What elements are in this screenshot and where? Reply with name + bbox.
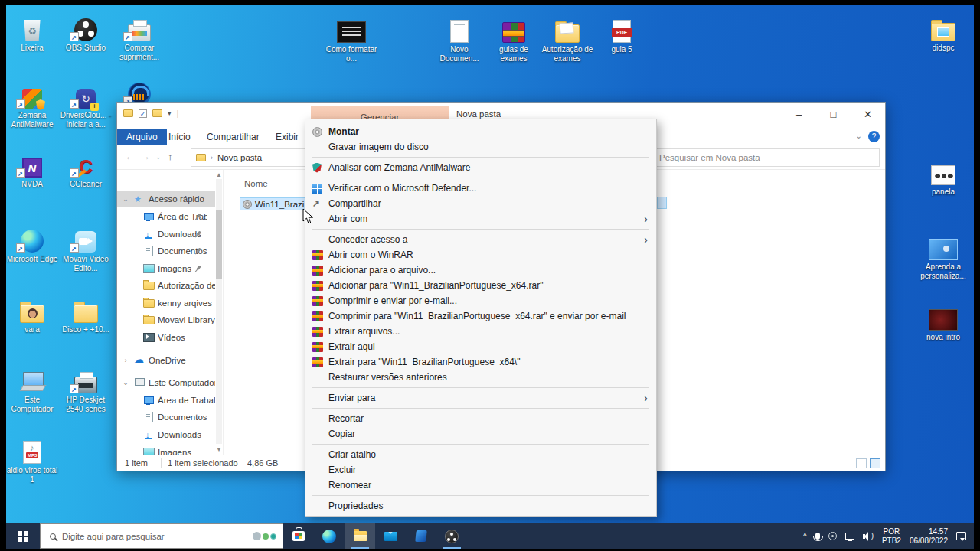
desktop-icon-guias-rar[interactable]: guias de exames xyxy=(488,12,540,64)
desktop-icon-disco[interactable]: Disco + +10... xyxy=(60,292,112,334)
chevron-down-icon[interactable]: ⌄ xyxy=(856,132,862,140)
sidebar-item-documents[interactable]: Documentos xyxy=(117,243,207,259)
tab-compartilhar[interactable]: Compartilhar xyxy=(198,129,269,145)
scroll-down-icon[interactable]: ▼ xyxy=(215,446,223,453)
quick-access-toolbar[interactable]: ✓ ▾ | xyxy=(123,109,178,118)
desktop-icon-nova-intro[interactable]: nova intro xyxy=(917,300,969,342)
desktop-icon-comprar[interactable]: Comprar supriment... xyxy=(113,11,165,62)
taskbar-movies-button[interactable] xyxy=(406,523,436,549)
taskbar-obs-button[interactable] xyxy=(436,523,467,549)
menu-item-montar[interactable]: Montar xyxy=(305,124,656,139)
desktop-icon-mp3[interactable]: aldio viros total 1 xyxy=(6,433,58,484)
menu-item-extrair-para[interactable]: Extrair para "Win11_BrazilianPortuguese_… xyxy=(305,354,656,370)
menu-item-defender[interactable]: Verificar com o Microsoft Defender... xyxy=(305,181,656,196)
menu-item-compartilhar[interactable]: Compartilhar xyxy=(305,196,656,211)
desktop-icon-aprenda[interactable]: Aprenda a personaliza... xyxy=(917,230,969,281)
menu-item-abrir-winrar[interactable]: Abrir com o WinRAR xyxy=(305,247,656,262)
desktop-icon-zemana[interactable]: Zemana AntiMalware xyxy=(6,78,58,129)
chevron-down-icon[interactable]: ⌄ xyxy=(155,153,162,161)
network-icon[interactable] xyxy=(845,533,854,540)
search-input[interactable] xyxy=(659,153,879,162)
tab-exibir[interactable]: Exibir xyxy=(266,129,308,145)
close-button[interactable]: ✕ xyxy=(851,103,885,127)
sidebar-item-downloads-2[interactable]: Downloads xyxy=(117,427,215,442)
desktop-icon-didspc[interactable]: didspc xyxy=(917,11,969,53)
sidebar-item-downloads[interactable]: Downloads xyxy=(117,227,207,242)
speaker-icon[interactable]: ) xyxy=(863,532,874,541)
taskbar-mail-button[interactable] xyxy=(375,523,406,549)
sidebar-item-quick-access[interactable]: ⌄ Acesso rápido xyxy=(117,191,215,207)
menu-item-restaurar-versoes[interactable]: Restaurar versões anteriores xyxy=(305,370,656,385)
sidebar-item-kenny[interactable]: kenny arqives xyxy=(117,295,215,311)
taskbar-search-input[interactable] xyxy=(62,532,247,541)
clock[interactable]: 14:57 06/08/2022 xyxy=(910,527,948,545)
menu-item-comprimir-rar-email[interactable]: Comprimir para "Win11_BrazilianPortugues… xyxy=(305,308,656,324)
tab-inicio[interactable]: Início xyxy=(159,129,200,145)
sidebar-scrollbar[interactable] xyxy=(216,179,222,444)
chevron-collapsed-icon[interactable]: › xyxy=(122,353,129,368)
scrollbar-thumb[interactable] xyxy=(216,210,222,279)
language-indicator[interactable]: POR PTB2 xyxy=(882,527,901,545)
desktop-icon-this-pc[interactable]: Este Computador xyxy=(6,363,58,414)
sidebar-item-onedrive[interactable]: › OneDrive xyxy=(117,353,215,368)
taskbar-explorer-button[interactable] xyxy=(345,523,375,549)
start-button[interactable] xyxy=(6,523,40,549)
sidebar-item-desktop-2[interactable]: Área de Trabalho xyxy=(117,393,215,408)
sidebar-item-pictures[interactable]: Imagens xyxy=(117,261,207,276)
desktop-icon-guia5-pdf[interactable]: guia 5 xyxy=(596,12,648,54)
menu-item-propriedades[interactable]: Propriedades xyxy=(305,498,656,514)
desktop-icon-edge[interactable]: Microsoft Edge xyxy=(6,222,58,264)
desktop-icon-obs[interactable]: OBS Studio xyxy=(60,11,112,53)
minimize-button[interactable]: – xyxy=(782,103,816,127)
chevron-expanded-icon[interactable]: ⌄ xyxy=(122,191,129,207)
action-center-icon[interactable] xyxy=(956,532,966,540)
sidebar-item-documents-2[interactable]: Documentos xyxy=(117,409,215,425)
desktop-icon-panela[interactable]: panela xyxy=(917,155,969,197)
desktop-icon-hp-printer[interactable]: HP Deskjet 2540 series xyxy=(60,363,112,414)
up-icon[interactable]: ↑ xyxy=(168,151,173,162)
taskbar-search[interactable] xyxy=(40,523,283,549)
sidebar-item-videos[interactable]: Vídeos xyxy=(117,330,215,345)
desktop-icon-autorizacao[interactable]: Autorização de exames xyxy=(541,12,593,64)
menu-item-renomear[interactable]: Renomear xyxy=(305,478,656,493)
help-icon[interactable]: ? xyxy=(868,131,880,142)
menu-item-conceder-acesso[interactable]: Conceder acesso a xyxy=(305,232,656,247)
chevron-expanded-icon[interactable]: ⌄ xyxy=(122,375,129,390)
taskbar-store-button[interactable] xyxy=(283,523,314,549)
menu-item-criar-atalho[interactable]: Criar atalho xyxy=(305,447,656,462)
maximize-button[interactable]: □ xyxy=(816,103,851,127)
scroll-up-icon[interactable]: ▲ xyxy=(215,171,223,178)
desktop-icon-vara[interactable]: vara xyxy=(6,292,58,334)
menu-item-adicionar-arquivo[interactable]: Adicionar para o arquivo... xyxy=(305,262,656,278)
column-header-name[interactable]: Nome xyxy=(244,179,268,188)
menu-item-abrir-com[interactable]: Abrir com xyxy=(305,211,656,227)
menu-item-excluir[interactable]: Excluir xyxy=(305,462,656,478)
chevron-down-icon[interactable]: ▾ xyxy=(168,109,172,117)
menu-item-recortar[interactable]: Recortar xyxy=(305,411,656,426)
menu-item-extrair-aqui[interactable]: Extrair aqui xyxy=(305,339,656,354)
menu-item-enviar-para[interactable]: Enviar para xyxy=(305,390,656,406)
menu-item-adicionar-rar[interactable]: Adicionar para "Win11_BrazilianPortugues… xyxy=(305,278,656,293)
details-view-icon[interactable] xyxy=(856,458,867,468)
desktop-icon-driverscloud[interactable]: DriversClou... - Iniciar a a... xyxy=(60,78,112,129)
sidebar-item-movavi-library[interactable]: Movavi Library xyxy=(117,312,215,328)
tray-chevron-up-icon[interactable]: ^ xyxy=(803,532,807,541)
desktop-icon-recycle-bin[interactable]: Lixeira xyxy=(6,11,58,53)
desktop-icon-ccleaner[interactable]: CCleaner xyxy=(60,147,112,189)
file-row-selected[interactable]: Win11_Brazi xyxy=(240,197,312,210)
desktop-icon-novo-documento[interactable]: Novo Documen... xyxy=(433,12,485,64)
sidebar-item-desktop[interactable]: Área de Trabalho xyxy=(117,209,207,224)
tray-app-icon[interactable] xyxy=(828,532,837,540)
taskbar-edge-button[interactable] xyxy=(314,523,345,549)
thumbnails-view-icon[interactable] xyxy=(870,458,880,468)
search-box[interactable] xyxy=(653,148,880,167)
desktop-icon-movavi[interactable]: Movavi Video Edito... xyxy=(60,222,112,273)
microphone-icon[interactable] xyxy=(815,533,820,540)
sidebar-item-this-pc[interactable]: ⌄ Este Computador xyxy=(117,375,215,390)
menu-item-extrair-arquivos[interactable]: Extrair arquivos... xyxy=(305,324,656,339)
menu-item-copiar[interactable]: Copiar xyxy=(305,426,656,442)
desktop-icon-nvda[interactable]: NVDA xyxy=(6,147,58,189)
back-icon[interactable]: ← xyxy=(125,151,135,162)
sidebar-item-autorizacao[interactable]: Autorização de exames xyxy=(117,278,215,293)
menu-item-comprimir-email[interactable]: Comprimir e enviar por e-mail... xyxy=(305,293,656,308)
